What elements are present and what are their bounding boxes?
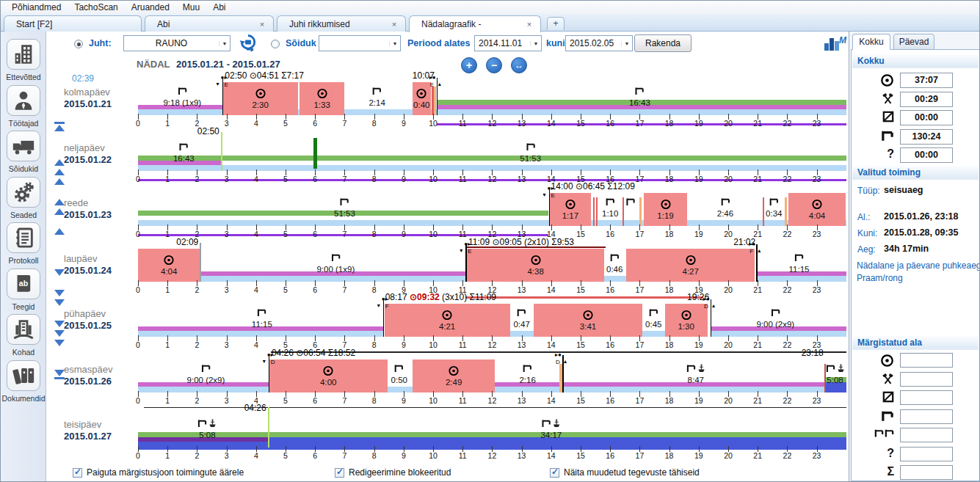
avail-icon — [866, 391, 894, 403]
new-tab-button[interactable]: + — [547, 17, 565, 30]
drive-icon — [530, 255, 541, 266]
marked-rest-input[interactable] — [900, 409, 953, 424]
total-drive-input[interactable]: 37:07 — [900, 73, 953, 88]
to-value: 2015.01.28, 09:35 — [884, 227, 958, 238]
driving-block[interactable]: 4:21 — [385, 304, 510, 337]
tab-abi[interactable]: Abi× — [145, 15, 274, 32]
rest-icon — [625, 197, 635, 206]
total-question-input[interactable]: 00:00 — [900, 147, 953, 163]
activity-stripe[interactable] — [138, 156, 846, 161]
day-date: 2015.01.22 — [64, 154, 112, 165]
marked-drive-input[interactable] — [900, 353, 953, 368]
activity-stripe[interactable] — [437, 109, 846, 115]
activity-stripe[interactable] — [604, 276, 626, 282]
driving-block[interactable]: 1:30 — [665, 304, 708, 337]
checkbox-icon[interactable]: ✓ — [550, 468, 559, 478]
option-checkbox-1[interactable]: ✓Paiguta märgistusjoon toimingute äärele — [73, 467, 244, 478]
time-annotation: 14:00 ⊙06:45 Σ12:09 — [551, 181, 635, 191]
tab-juhi-rikkumised[interactable]: Juhi rikkumised× — [277, 15, 406, 32]
option-checkbox-3[interactable]: ✓Näita muudetud tegevuste tähiseid — [550, 467, 700, 478]
driver-radio[interactable] — [74, 40, 83, 48]
drive-icon — [685, 255, 696, 266]
menu-abi[interactable]: Abi — [206, 1, 232, 13]
total-work-input[interactable]: 00:29 — [900, 92, 953, 107]
tab-start-f2-[interactable]: Start [F2] — [4, 15, 142, 32]
driving-block[interactable]: 2:30 — [222, 82, 298, 115]
activity-stripe[interactable] — [758, 276, 846, 282]
driver-card-reload-button[interactable] — [238, 33, 258, 56]
driving-block[interactable]: 4:04 — [788, 193, 845, 226]
tab-close-icon[interactable]: × — [524, 20, 534, 29]
day-row-2015.01.24: laupäev2015.01.244:044:384:279:00 (1x9)0… — [1, 237, 849, 293]
hour-label: 4 — [254, 451, 258, 460]
chevron-down-icon[interactable]: ▼ — [621, 41, 632, 46]
marked-avail-input[interactable] — [900, 390, 953, 405]
time-annotation: 04:26 ⊙06:54 Σ18:52 — [272, 348, 355, 358]
driving-block[interactable]: 4:38 — [467, 249, 604, 282]
marked-rest2-input[interactable] — [900, 428, 953, 442]
marked-question-input[interactable] — [900, 447, 953, 461]
tab-n-dalagraafik-[interactable]: Nädalagraafik -× — [409, 15, 541, 32]
rest-duration: 9:00 (2x9) — [756, 320, 794, 329]
rest-icon — [717, 197, 733, 206]
activity-stripe[interactable] — [642, 331, 664, 337]
menu-muu[interactable]: Muu — [176, 1, 206, 13]
driving-block[interactable]: 4:00 — [269, 359, 388, 392]
hour-label: 18 — [665, 451, 674, 460]
driving-block[interactable]: 3:41 — [534, 304, 643, 337]
tab-close-icon[interactable]: × — [389, 20, 399, 29]
period-from-combobox[interactable]: 2014.11.01▼ — [474, 35, 542, 51]
menu-aruanded[interactable]: Aruanded — [125, 1, 176, 13]
driving-block[interactable]: 1:33 — [300, 82, 345, 115]
rest-duration: 9:18 (1x9) — [163, 98, 201, 107]
vehicle-combobox[interactable]: ▼ — [319, 35, 401, 51]
activity-stripe[interactable] — [201, 276, 465, 282]
hour-label: 9 — [402, 451, 406, 460]
type-label: Tüüp: — [857, 186, 880, 196]
chart-mode-icon[interactable]: M — [823, 34, 848, 55]
driving-block[interactable]: 4:04 — [138, 249, 200, 282]
marked-sigma-input[interactable] — [900, 465, 953, 480]
time-annotation: 21:02 — [733, 237, 755, 247]
drive-icon — [866, 354, 894, 368]
rest-duration: 0:47 — [513, 320, 529, 329]
marked-work-input[interactable] — [900, 372, 953, 387]
panel-tab-kokku[interactable]: Kokku — [852, 34, 890, 50]
chevron-down-icon[interactable]: ▼ — [219, 41, 230, 46]
rest-icon — [391, 364, 407, 373]
checkbox-icon[interactable]: ✓ — [73, 468, 82, 478]
rest-duration: 0:45 — [645, 320, 661, 329]
tab-close-icon[interactable]: × — [257, 20, 267, 29]
rest-duration: 1:10 — [602, 209, 618, 218]
driving-block[interactable]: 1:19 — [644, 193, 686, 226]
chevron-down-icon[interactable]: ▼ — [530, 41, 541, 46]
hour-label: 8 — [372, 451, 377, 460]
apply-button[interactable]: Rakenda — [634, 34, 692, 52]
driver-combobox[interactable]: RAUNO▼ — [123, 35, 231, 51]
driving-block[interactable]: 0:40 — [413, 82, 431, 115]
rest-label — [625, 197, 635, 206]
activity-stripe[interactable] — [826, 387, 846, 392]
marker-arrow-icon: ▴ — [758, 247, 761, 254]
driving-block[interactable]: 2:49 — [413, 359, 496, 392]
time-annotation: 02:50 ⊙04:51 Σ7:17 — [225, 70, 304, 81]
period-to-combobox[interactable]: 2015.02.05▼ — [565, 35, 633, 51]
panel-tab-päevad[interactable]: Päevad — [893, 34, 934, 50]
activity-stripe[interactable] — [138, 331, 383, 337]
activity-stripe[interactable] — [138, 432, 846, 437]
total-avail-input[interactable]: 00:00 — [900, 110, 953, 125]
activity-stripe[interactable] — [495, 382, 825, 387]
vehicle-radio[interactable] — [271, 40, 280, 48]
chevron-down-icon[interactable]: ▼ — [389, 41, 400, 46]
driving-block[interactable]: 4:27 — [626, 249, 755, 282]
from-label: Al.: — [857, 212, 870, 222]
option-checkbox-2[interactable]: ✓Redigeerimine blokeeritud — [335, 467, 451, 478]
checkbox-icon[interactable]: ✓ — [335, 468, 344, 478]
driving-block[interactable]: 1:17 — [550, 193, 591, 226]
menu-põhiandmed[interactable]: Põhiandmed — [5, 1, 68, 13]
activity-stripe[interactable] — [711, 331, 846, 337]
total-rest-input[interactable]: 130:24 — [900, 129, 953, 145]
menu-tachoscan[interactable]: TachoScan — [68, 1, 124, 13]
checkbox-label: Näita muudetud tegevuste tähiseid — [564, 467, 700, 478]
rest-icon — [686, 364, 705, 373]
